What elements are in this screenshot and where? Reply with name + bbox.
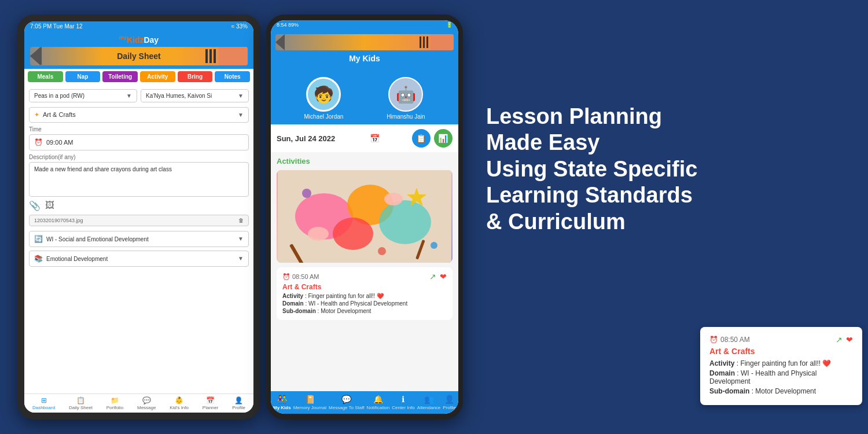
- time-value: 09:00 AM: [46, 139, 73, 146]
- social-icon: 🔄: [34, 235, 43, 243]
- message-staff-label: Message To Staff: [329, 405, 365, 410]
- delete-icon[interactable]: 🗑: [238, 218, 244, 223]
- kids-dropdown[interactable]: Ka'Nya Humes, Kaivon Si ▼: [141, 89, 249, 102]
- dashboard-icon: ⊞: [41, 396, 47, 404]
- center-info-icon: ℹ: [402, 395, 404, 404]
- nav-nap[interactable]: Nap: [65, 71, 101, 82]
- notification-label: Notification: [367, 405, 390, 410]
- headline-line3: Using State Specific: [486, 156, 697, 183]
- notification-icon: 🔔: [373, 395, 383, 404]
- phone-nav-notification[interactable]: 🔔 Notification: [367, 395, 390, 410]
- card-share-icons: ↗ ❤: [429, 272, 447, 281]
- phone-nav-memory[interactable]: 📔 Memory Journal: [293, 395, 326, 410]
- planner-label: Planner: [203, 405, 219, 410]
- michael-name: Michael Jordan: [304, 113, 344, 120]
- group-dropdown[interactable]: Peas in a pod (RW) ▼: [29, 89, 137, 102]
- phone-nav-my-kids[interactable]: 👫 My Kids: [273, 395, 291, 410]
- info-heart-icon[interactable]: ❤: [846, 335, 853, 344]
- dropdown-arrow-2: ▼: [238, 93, 244, 99]
- info-card-title: Art & Crafts: [709, 347, 853, 356]
- portfolio-label: Portfolio: [106, 405, 123, 410]
- info-card-activity: Activity : Finger painting fun for all!!…: [709, 359, 853, 367]
- clock-icon: ⏰: [34, 138, 43, 146]
- clock-icon-phone: ⏰: [282, 273, 290, 281]
- phone-profile-label: Profile: [443, 405, 456, 410]
- activities-title: Activities: [277, 157, 453, 165]
- svg-point-10: [431, 242, 437, 249]
- activity-select[interactable]: ✦Art & Crafts ▼: [29, 107, 249, 123]
- image-icon[interactable]: 🖼: [45, 200, 54, 211]
- nav-activity[interactable]: Activity: [140, 71, 175, 82]
- card-subdomain: Sub-domain : Motor Development: [282, 308, 447, 314]
- bottom-profile[interactable]: 👤 Profile: [232, 396, 245, 410]
- memory-icon: 📔: [305, 395, 315, 404]
- headline: Lesson Planning Made Easy Using State Sp…: [486, 104, 697, 236]
- chart-button[interactable]: 📊: [434, 129, 453, 148]
- domain-value: WI - Health and Physical Development: [308, 300, 407, 307]
- tablet-time: 7:05 PM Tue Mar 12: [30, 23, 83, 30]
- info-card-subdomain: Sub-domain : Motor Development: [709, 387, 853, 395]
- center-info-label: Center Info: [392, 405, 415, 410]
- activity-desc: Finger painting fun for all!! ❤️: [308, 293, 383, 299]
- social-select[interactable]: 🔄WI - Social and Emotional Development ▼: [29, 231, 249, 247]
- file-name: 12032019070543.jpg: [34, 218, 83, 223]
- attach-icons: 📎 🖼: [29, 200, 249, 211]
- activity-value: Art & Crafts: [43, 111, 76, 118]
- headline-line5: & Curriculum: [486, 209, 697, 236]
- phone-device: 8:54 89% 🔋 My Kids 🧒 Michael Jordan: [266, 14, 463, 420]
- book-icon: 📚: [34, 255, 43, 263]
- domain-label: Domain: [282, 300, 304, 307]
- dropdown-row: Peas in a pod (RW) ▼ Ka'Nya Humes, Kaivo…: [29, 89, 249, 102]
- bottom-message[interactable]: 💬 Message: [137, 396, 156, 410]
- phone-nav-center[interactable]: ℹ Center Info: [392, 395, 415, 410]
- paperclip-icon[interactable]: 📎: [29, 200, 41, 211]
- text-section: Lesson Planning Made Easy Using State Sp…: [475, 12, 862, 327]
- desc-box[interactable]: Made a new friend and share crayons duri…: [29, 162, 249, 197]
- bottom-dashboard[interactable]: ⊞ Dashboard: [32, 396, 55, 410]
- phone-pencil-header: [275, 34, 454, 50]
- date-bar: Sun, Jul 24 2022 📅 📋 📊: [271, 124, 458, 152]
- phone-nav-message[interactable]: 💬 Message To Staff: [329, 395, 365, 410]
- activity-arrow: ▼: [238, 112, 244, 118]
- share-icon[interactable]: ↗: [429, 272, 436, 281]
- date-text: Sun, Jul 24 2022: [277, 134, 335, 143]
- tablet-logo: myKidzDay: [119, 35, 159, 45]
- info-subdomain-value: Motor Development: [755, 387, 816, 395]
- tablet-bottom-nav: ⊞ Dashboard 📋 Daily Sheet 📁 Portfolio 💬 …: [24, 393, 253, 413]
- kids-info-label: Kid's Info: [170, 405, 189, 410]
- heart-icon[interactable]: ❤: [440, 272, 447, 281]
- time-label: Time: [29, 126, 249, 133]
- phone-nav-profile[interactable]: 👤 Profile: [443, 395, 456, 410]
- daily-sheet-icon: 📋: [76, 396, 85, 404]
- bottom-planner[interactable]: 📅 Planner: [203, 396, 219, 410]
- cal-button[interactable]: 📋: [412, 129, 431, 148]
- headline-line2: Made Easy: [486, 130, 697, 156]
- nav-toileting[interactable]: Toileting: [102, 71, 138, 82]
- phone-nav-attendance[interactable]: 👥 Attendance: [417, 395, 440, 410]
- info-clock-icon: ⏰: [709, 336, 718, 344]
- portfolio-icon: 📁: [111, 396, 119, 404]
- emotional-select[interactable]: 📚Emotional Development ▼: [29, 251, 249, 267]
- info-share-icon[interactable]: ↗: [836, 335, 843, 344]
- time-box[interactable]: ⏰ 09:00 AM: [29, 134, 249, 150]
- message-staff-icon: 💬: [341, 395, 351, 404]
- bottom-kids-info[interactable]: 👶 Kid's Info: [170, 396, 189, 410]
- kids-info-icon: 👶: [175, 396, 183, 404]
- date-action-icons: 📋 📊: [412, 129, 453, 148]
- bottom-daily-sheet[interactable]: 📋 Daily Sheet: [69, 396, 93, 410]
- nav-notes[interactable]: Notes: [215, 71, 250, 82]
- kid-himanshu[interactable]: 🤖 Himanshu Jain: [387, 77, 425, 120]
- tablet-body: Peas in a pod (RW) ▼ Ka'Nya Humes, Kaivo…: [24, 84, 253, 393]
- nav-meals[interactable]: Meals: [28, 71, 63, 82]
- nav-bring[interactable]: Bring: [178, 71, 213, 82]
- phone-bottom-nav: 👫 My Kids 📔 Memory Journal 💬 Message To …: [271, 391, 458, 414]
- info-activity-label: Activity: [709, 359, 734, 367]
- bottom-portfolio[interactable]: 📁 Portfolio: [106, 396, 123, 410]
- kid-michael[interactable]: 🧒 Michael Jordan: [304, 77, 344, 120]
- phone-header-title: My Kids: [349, 54, 380, 63]
- dropdown-arrow-1: ▼: [126, 93, 132, 99]
- dashboard-label: Dashboard: [32, 405, 55, 410]
- info-card-time: ⏰ 08:50 AM ↗ ❤: [709, 335, 853, 344]
- svg-point-11: [378, 247, 386, 255]
- himanshu-name: Himanshu Jain: [387, 113, 425, 120]
